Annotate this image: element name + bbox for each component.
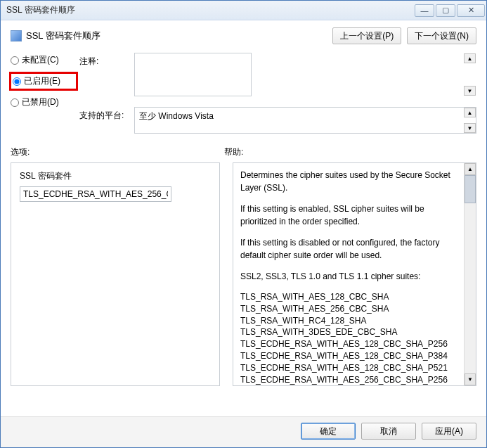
help-paragraph: SSL2, SSL3, TLS 1.0 and TLS 1.1 cipher s… xyxy=(240,270,456,283)
content-area: SSL 密码套件顺序 上一个设置(P) 下一个设置(N) 未配置(C) xyxy=(1,20,486,416)
close-button[interactable]: ✕ xyxy=(457,4,485,17)
scroll-track[interactable] xyxy=(465,203,476,373)
supported-platform-box: 至少 Windows Vista xyxy=(134,107,476,134)
radio-enabled-input[interactable] xyxy=(13,77,21,86)
scroll-down-icon[interactable]: ▼ xyxy=(465,373,476,385)
help-paragraph: Determines the cipher suites used by the… xyxy=(240,169,456,194)
next-setting-button[interactable]: 下一个设置(N) xyxy=(407,27,476,44)
ok-button[interactable]: 确定 xyxy=(301,423,356,440)
cipher-suite-list: TLS_RSA_WITH_AES_128_CBC_SHA TLS_RSA_WIT… xyxy=(240,291,456,385)
policy-title: SSL 密码套件顺序 xyxy=(26,30,100,42)
titlebar[interactable]: SSL 密码套件顺序 — ▢ ✕ xyxy=(1,1,486,20)
help-paragraph: If this setting is enabled, SSL cipher s… xyxy=(240,203,456,228)
radio-not-configured-label: 未配置(C) xyxy=(22,54,59,66)
maximize-button[interactable]: ▢ xyxy=(436,4,455,17)
radio-not-configured[interactable]: 未配置(C) xyxy=(11,54,74,66)
cipher-suite-item: TLS_ECDHE_RSA_WITH_AES_128_CBC_SHA_P256 xyxy=(240,338,456,350)
radio-disabled-label: 已禁用(D) xyxy=(22,96,59,108)
cipher-suite-item: TLS_RSA_WITH_3DES_EDE_CBC_SHA xyxy=(240,326,456,338)
platform-scroll-up[interactable]: ▲ xyxy=(464,108,476,117)
state-radio-group: 未配置(C) 已启用(E) 已禁 xyxy=(11,54,74,108)
help-pane: Determines the cipher suites used by the… xyxy=(233,162,476,386)
comment-textarea[interactable] xyxy=(134,53,252,96)
policy-icon xyxy=(11,30,22,41)
radio-not-configured-input[interactable] xyxy=(11,56,19,65)
window-title: SSL 密码套件顺序 xyxy=(6,4,75,16)
cipher-suite-field-label: SSL 密码套件 xyxy=(20,170,211,182)
enabled-highlight: 已启用(E) xyxy=(9,72,78,91)
window-controls: — ▢ ✕ xyxy=(415,4,485,17)
comment-scroll-down[interactable]: ▼ xyxy=(464,86,476,96)
cipher-suite-item: TLS_ECDHE_RSA_WITH_AES_256_CBC_SHA_P256 xyxy=(240,374,456,386)
comment-scroll-up[interactable]: ▲ xyxy=(464,53,476,63)
dialog-window: SSL 密码套件顺序 — ▢ ✕ SSL 密码套件顺序 上一个设置(P) 下一个… xyxy=(0,0,487,448)
scroll-up-icon[interactable]: ▲ xyxy=(465,163,476,175)
options-pane: SSL 密码套件 xyxy=(11,162,220,386)
cipher-suite-input[interactable] xyxy=(20,186,171,202)
comment-label: 注释: xyxy=(79,53,129,68)
header-row: SSL 密码套件顺序 上一个设置(P) 下一个设置(N) xyxy=(11,27,476,44)
cipher-suite-item: TLS_RSA_WITH_AES_128_CBC_SHA xyxy=(240,291,456,303)
help-paragraph: If this setting is disabled or not confi… xyxy=(240,236,456,262)
cipher-suite-item: TLS_RSA_WITH_AES_256_CBC_SHA xyxy=(240,303,456,315)
radio-enabled-label: 已启用(E) xyxy=(24,75,60,87)
cipher-suite-item: TLS_RSA_WITH_RC4_128_SHA xyxy=(240,315,456,327)
previous-setting-button[interactable]: 上一个设置(P) xyxy=(332,27,401,44)
cancel-button[interactable]: 取消 xyxy=(361,423,416,440)
scroll-thumb[interactable] xyxy=(465,175,476,203)
help-section-label: 帮助: xyxy=(224,146,476,158)
platform-scroll-down[interactable]: ▼ xyxy=(464,123,476,133)
help-scrollbar[interactable]: ▲ ▼ xyxy=(464,163,476,385)
cipher-suite-item: TLS_ECDHE_RSA_WITH_AES_128_CBC_SHA_P521 xyxy=(240,362,456,374)
dialog-footer: 确定 取消 应用(A) xyxy=(1,416,486,447)
radio-disabled-input[interactable] xyxy=(11,98,19,107)
minimize-button[interactable]: — xyxy=(415,4,434,17)
options-section-label: 选项: xyxy=(11,146,224,158)
apply-button[interactable]: 应用(A) xyxy=(422,423,476,440)
radio-enabled[interactable]: 已启用(E) xyxy=(13,75,72,87)
platform-label: 支持的平台: xyxy=(79,107,129,122)
radio-disabled[interactable]: 已禁用(D) xyxy=(11,96,74,108)
cipher-suite-item: TLS_ECDHE_RSA_WITH_AES_128_CBC_SHA_P384 xyxy=(240,350,456,362)
